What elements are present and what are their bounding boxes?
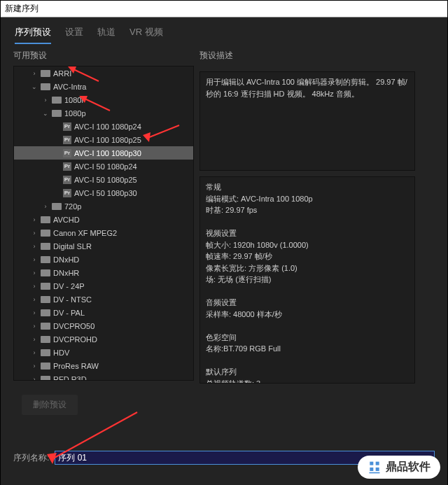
tab-vr[interactable]: VR 视频 xyxy=(130,26,163,44)
chevron-icon: › xyxy=(31,216,38,223)
chevron-icon: › xyxy=(42,203,49,210)
description-label: 预设描述 xyxy=(200,50,415,62)
folder-icon xyxy=(41,309,50,316)
preset-icon: Pr xyxy=(63,149,71,157)
tree-folder[interactable]: ›HDV xyxy=(14,346,193,359)
tree-item-label: Digital SLR xyxy=(53,242,92,251)
sequence-name-label: 序列名称: xyxy=(13,452,49,464)
folder-icon xyxy=(41,256,50,263)
tree-folder[interactable]: ⌄1080p xyxy=(14,106,193,120)
tree-folder[interactable]: ›DNxHR xyxy=(14,266,193,279)
chevron-icon: › xyxy=(31,230,38,237)
tree-folder[interactable]: ›ProRes RAW xyxy=(14,359,193,372)
tree-item-label: 720p xyxy=(64,202,81,211)
folder-icon xyxy=(52,203,62,210)
tree-folder[interactable]: ›DNxHD xyxy=(14,253,193,266)
delete-preset-button[interactable]: 删除预设 xyxy=(22,395,78,415)
preset-icon: Pr xyxy=(63,136,71,144)
tree-folder[interactable]: ›Digital SLR xyxy=(14,239,193,253)
svg-rect-9 xyxy=(376,461,379,465)
tree-preset[interactable]: PrAVC-I 100 1080p24 xyxy=(14,120,193,133)
tree-folder[interactable]: ›DVCPROHD xyxy=(14,332,193,346)
tree-item-label: DV - NTSC xyxy=(53,295,92,304)
preset-icon: Pr xyxy=(63,162,71,171)
folder-icon xyxy=(41,269,50,276)
folder-icon xyxy=(41,70,50,77)
tab-settings[interactable]: 设置 xyxy=(65,26,83,44)
svg-rect-10 xyxy=(370,468,373,471)
chevron-icon: › xyxy=(31,323,38,330)
info-box: 常规 编辑模式: AVC-Intra 100 1080p 时基: 29.97 f… xyxy=(200,176,415,384)
chevron-icon: ⌄ xyxy=(42,110,49,117)
tree-folder[interactable]: ⌄AVC-Intra xyxy=(14,80,193,93)
folder-icon xyxy=(41,83,50,90)
tree-folder[interactable]: ›Canon XF MPEG2 xyxy=(14,226,193,239)
tree-item-label: DVCPROHD xyxy=(53,335,97,344)
tree-preset[interactable]: PrAVC-I 50 1080p25 xyxy=(14,173,193,186)
tree-folder[interactable]: ›720p xyxy=(14,199,193,213)
folder-icon xyxy=(41,230,50,237)
svg-rect-8 xyxy=(370,461,373,465)
tree-item-label: AVC-I 100 1080p24 xyxy=(74,122,141,131)
tree-folder[interactable]: ›DV - PAL xyxy=(14,306,193,319)
tree-folder[interactable]: ›DV - NTSC xyxy=(14,293,193,306)
tree-item-label: DNxHR xyxy=(53,269,79,277)
tree-item-label: 1080p xyxy=(64,109,86,118)
folder-icon xyxy=(41,323,50,330)
tree-preset[interactable]: PrAVC-I 50 1080p30 xyxy=(14,186,193,199)
tree-item-label: ARRI xyxy=(53,69,71,78)
chevron-icon: › xyxy=(31,256,38,263)
tree-item-label: DVCPRO50 xyxy=(53,322,94,330)
folder-icon xyxy=(41,363,50,370)
tab-preset[interactable]: 序列预设 xyxy=(15,26,51,44)
chevron-icon: › xyxy=(42,97,49,104)
chevron-icon: › xyxy=(31,243,38,250)
preset-icon: Pr xyxy=(63,176,71,184)
folder-icon xyxy=(41,296,50,303)
tree-folder[interactable]: ›RFD R3D xyxy=(14,372,193,381)
available-presets-label: 可用预设 xyxy=(13,50,194,62)
tree-folder[interactable]: ›ARRI xyxy=(14,66,193,80)
tree-preset[interactable]: PrAVC-I 50 1080p24 xyxy=(14,160,193,173)
watermark-text: 鼎品软件 xyxy=(386,460,430,475)
chevron-icon: › xyxy=(31,296,38,303)
tree-folder[interactable]: ›DV - 24P xyxy=(14,279,193,293)
tree-item-label: AVC-I 50 1080p25 xyxy=(74,176,137,184)
preset-icon: Pr xyxy=(63,122,71,131)
tab-bar: 序列预设 设置 轨道 VR 视频 xyxy=(1,17,447,50)
tree-folder[interactable]: ›DVCPRO50 xyxy=(14,319,193,332)
tree-item-label: AVC-I 50 1080p30 xyxy=(74,189,137,197)
watermark: 鼎品软件 xyxy=(358,456,440,479)
folder-icon xyxy=(52,97,62,104)
tree-preset[interactable]: PrAVC-I 100 1080p25 xyxy=(14,133,193,146)
chevron-icon: › xyxy=(31,283,38,290)
description-box: 用于编辑以 AVC-Intra 100 编解码器录制的剪辑。 29.97 帧/秒… xyxy=(200,71,415,171)
tree-item-label: ProRes RAW xyxy=(53,362,99,370)
tree-folder[interactable]: ›1080i xyxy=(14,93,193,106)
tree-folder[interactable]: ›AVCHD xyxy=(14,213,193,226)
tree-item-label: Canon XF MPEG2 xyxy=(53,229,117,237)
chevron-icon: › xyxy=(31,269,38,276)
tree-item-label: AVC-I 100 1080p25 xyxy=(74,136,141,144)
tree-item-label: AVCHD xyxy=(53,216,80,224)
watermark-icon xyxy=(368,461,382,475)
tree-preset[interactable]: PrAVC-I 100 1080p30 xyxy=(14,146,193,160)
tree-item-label: DNxHD xyxy=(53,255,79,264)
preset-tree[interactable]: ›ARRI⌄AVC-Intra›1080i⌄1080pPrAVC-I 100 1… xyxy=(13,66,194,381)
chevron-icon: › xyxy=(31,363,38,370)
tree-item-label: AVC-Intra xyxy=(53,83,86,91)
chevron-icon: › xyxy=(31,376,38,381)
window-title: 新建序列 xyxy=(1,1,447,17)
tree-item-label: DV - PAL xyxy=(53,309,85,317)
folder-icon xyxy=(41,216,50,223)
folder-icon xyxy=(41,283,50,290)
chevron-icon: › xyxy=(31,309,38,316)
svg-rect-11 xyxy=(376,468,379,471)
tree-item-label: AVC-I 50 1080p24 xyxy=(74,162,137,171)
tab-tracks[interactable]: 轨道 xyxy=(97,26,115,44)
folder-icon xyxy=(41,336,50,343)
folder-icon xyxy=(41,243,50,250)
svg-rect-12 xyxy=(370,472,380,473)
tree-item-label: RFD R3D xyxy=(53,375,87,381)
tree-item-label: AVC-I 100 1080p30 xyxy=(74,149,141,157)
